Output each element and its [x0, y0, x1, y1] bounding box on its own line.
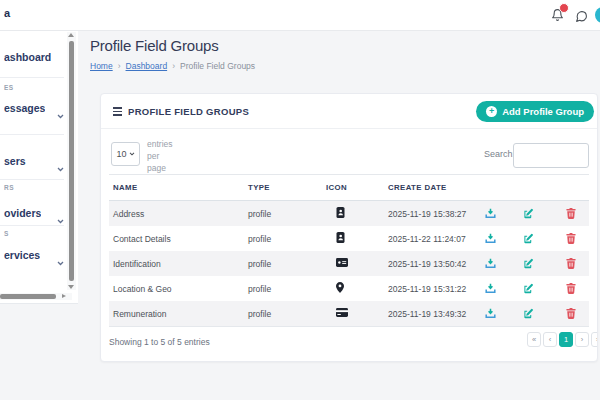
- scrollbar-thumb[interactable]: [69, 41, 74, 281]
- chat-icon[interactable]: [575, 9, 588, 27]
- row-type: profile: [244, 259, 322, 269]
- delete-icon[interactable]: [566, 283, 576, 294]
- manage-fields-icon[interactable]: [485, 208, 496, 219]
- manage-fields-icon[interactable]: [485, 308, 496, 319]
- sidebar-item-providers[interactable]: oviders: [4, 206, 41, 220]
- sidebar-vertical-scrollbar[interactable]: [67, 32, 76, 290]
- column-header-type[interactable]: TYPE: [244, 183, 322, 192]
- row-type: profile: [244, 309, 322, 319]
- delete-icon[interactable]: [566, 258, 576, 269]
- profile-field-groups-card: PROFILE FIELD GROUPS + Add Profile Group…: [100, 93, 598, 362]
- sidebar-horizontal-scrollbar[interactable]: [0, 293, 72, 300]
- table-summary: Showing 1 to 5 of 5 entries: [109, 337, 210, 347]
- scroll-right-arrow-icon[interactable]: [62, 294, 66, 298]
- delete-icon[interactable]: [566, 208, 576, 219]
- column-header-create-date[interactable]: CREATE DATE: [384, 183, 476, 192]
- address-book-icon: [336, 210, 345, 220]
- app-logo[interactable]: a: [4, 7, 10, 19]
- manage-fields-icon[interactable]: [485, 283, 496, 294]
- row-create-date: 2025-11-22 11:24:07: [384, 234, 476, 244]
- breadcrumb-current: Profile Field Groups: [180, 61, 255, 71]
- row-create-date: 2025-11-19 13:50:42: [384, 259, 476, 269]
- scroll-down-arrow-icon[interactable]: [68, 285, 74, 289]
- sidebar-divider: [0, 179, 64, 180]
- breadcrumb-separator: ›: [118, 61, 121, 71]
- sidebar-divider: [0, 134, 64, 135]
- add-profile-group-button[interactable]: + Add Profile Group: [476, 101, 594, 122]
- row-icon-cell: [322, 282, 384, 295]
- row-icon-cell: [322, 308, 384, 319]
- chevron-down-icon: [57, 252, 64, 270]
- credit-card-icon: [336, 309, 348, 319]
- plus-icon: +: [486, 106, 497, 117]
- page-1-button[interactable]: 1: [559, 332, 573, 347]
- breadcrumb-separator: ›: [172, 61, 175, 71]
- map-marker-icon: [336, 285, 344, 295]
- breadcrumb-home-link[interactable]: Home: [90, 61, 113, 71]
- first-page-button[interactable]: «: [527, 332, 541, 347]
- entries-per-page-select[interactable]: 10: [111, 142, 140, 166]
- table-row: Contact Details profile 2025-11-22 11:24…: [109, 226, 589, 251]
- sidebar-item-services[interactable]: ervices: [4, 248, 40, 262]
- delete-icon[interactable]: [566, 233, 576, 244]
- sidebar-item-dashboard[interactable]: ashboard: [4, 50, 51, 64]
- id-card-icon: [336, 259, 348, 269]
- table-row: Remuneration profile 2025-11-19 13:49:32: [109, 301, 589, 326]
- row-name: Location & Geo: [109, 284, 244, 294]
- edit-icon[interactable]: [523, 283, 534, 294]
- main-content: Profile Field Groups Home › Dashboard › …: [78, 30, 600, 400]
- screen: a ashboard ES essages sers RS oviders S …: [0, 0, 600, 400]
- table-row: Identification profile 2025-11-19 13:50:…: [109, 251, 589, 276]
- prev-page-button[interactable]: ‹: [543, 332, 557, 347]
- card-header: PROFILE FIELD GROUPS + Add Profile Group: [101, 94, 597, 129]
- scrollbar-thumb[interactable]: [0, 294, 56, 299]
- row-name: Identification: [109, 259, 244, 269]
- edit-icon[interactable]: [523, 208, 534, 219]
- breadcrumb: Home › Dashboard › Profile Field Groups: [90, 61, 255, 71]
- manage-fields-icon[interactable]: [485, 233, 496, 244]
- chevron-down-icon: [129, 152, 135, 156]
- row-name: Contact Details: [109, 234, 244, 244]
- add-button-label: Add Profile Group: [502, 106, 584, 117]
- pagination: «‹1›»: [527, 332, 598, 347]
- row-icon-cell: [322, 258, 384, 269]
- sidebar-divider: [0, 225, 64, 226]
- list-icon: [113, 107, 122, 115]
- entries-per-page-value: 10: [116, 149, 126, 159]
- table-header-row: NAME TYPE ICON CREATE DATE: [109, 175, 589, 201]
- table-body: Address profile 2025-11-19 15:38:27 Cont…: [109, 201, 589, 326]
- next-page-button[interactable]: ›: [575, 332, 589, 347]
- page-title: Profile Field Groups: [90, 37, 219, 54]
- row-icon-cell: [322, 232, 384, 245]
- address-book-icon: [336, 235, 345, 245]
- notification-badge: [559, 3, 569, 13]
- sidebar-section-messages: ES: [4, 83, 14, 92]
- edit-icon[interactable]: [523, 258, 534, 269]
- scroll-up-arrow-icon[interactable]: [68, 33, 74, 37]
- column-header-name[interactable]: NAME: [109, 183, 244, 192]
- row-type: profile: [244, 209, 322, 219]
- top-navbar: a: [0, 0, 600, 31]
- user-avatar[interactable]: [595, 7, 600, 23]
- breadcrumb-dashboard-link[interactable]: Dashboard: [126, 61, 168, 71]
- sidebar-item-users[interactable]: sers: [4, 154, 26, 168]
- table-row: Address profile 2025-11-19 15:38:27: [109, 201, 589, 226]
- card-title: PROFILE FIELD GROUPS: [113, 106, 249, 117]
- edit-icon[interactable]: [523, 233, 534, 244]
- last-page-button[interactable]: »: [591, 332, 598, 347]
- search-input[interactable]: [513, 143, 589, 168]
- sidebar-item-messages[interactable]: essages: [4, 101, 45, 115]
- delete-icon[interactable]: [566, 308, 576, 319]
- row-icon-cell: [322, 207, 384, 220]
- chevron-down-icon: [57, 105, 64, 123]
- sidebar-section-providers: RS: [4, 183, 14, 192]
- row-create-date: 2025-11-19 13:49:32: [384, 309, 476, 319]
- row-type: profile: [244, 234, 322, 244]
- search-label: Search:: [484, 149, 515, 159]
- sidebar-divider: [0, 77, 64, 78]
- row-name: Remuneration: [109, 309, 244, 319]
- edit-icon[interactable]: [523, 308, 534, 319]
- manage-fields-icon[interactable]: [485, 258, 496, 269]
- column-header-icon[interactable]: ICON: [322, 183, 384, 192]
- chevron-down-icon: [57, 158, 64, 176]
